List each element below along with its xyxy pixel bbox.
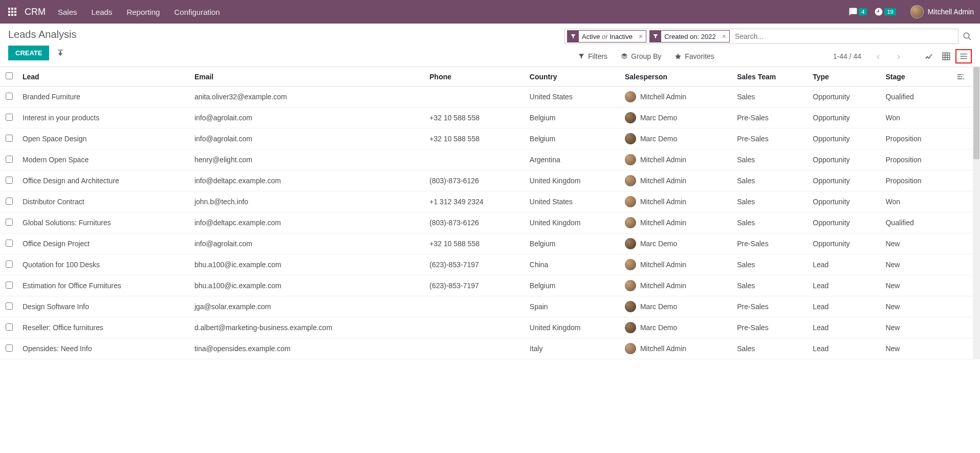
create-button[interactable]: CREATE [8,46,49,60]
messages-button[interactable]: 4 [848,7,867,16]
cell-stage: Proposition [881,128,952,149]
view-pivot-button[interactable] [938,49,954,63]
nav-reporting[interactable]: Reporting [126,8,160,16]
col-phone[interactable]: Phone [425,67,526,87]
row-checkbox[interactable] [6,261,13,268]
avatar-icon [625,154,636,165]
row-checkbox[interactable] [6,240,13,247]
activities-badge: 19 [884,8,896,15]
row-checkbox[interactable] [6,156,13,163]
facet-remove[interactable]: × [719,32,729,40]
cell-type: Opportunity [809,170,881,191]
row-checkbox[interactable] [6,344,13,352]
col-salesperson[interactable]: Salesperson [621,67,733,87]
cell-stage: New [881,233,952,254]
col-lead[interactable]: Lead [18,67,190,87]
cell-lead: Open Space Design [18,128,190,149]
row-checkbox[interactable] [6,219,13,226]
col-country[interactable]: Country [526,67,621,87]
table-row[interactable]: Opensides: Need Infotina@opensides.examp… [0,338,973,359]
cell-salesperson: Mitchell Admin [621,149,733,170]
cell-lead: Estimation for Office Furnitures [18,275,190,296]
control-bar: Leads Analysis CREATE Active or Inactive [0,24,980,63]
cell-type: Opportunity [809,212,881,233]
table-row[interactable]: Reseller: Office furnituresd.albert@mark… [0,317,973,338]
table-row[interactable]: Estimation for Office Furnituresbhu.a100… [0,275,973,296]
avatar-icon [625,196,636,207]
cell-type: Opportunity [809,128,881,149]
avatar-icon [625,343,636,354]
filters-button[interactable]: Filters [578,52,607,60]
scrollbar-track[interactable] [973,67,980,359]
cell-stage: New [881,296,952,317]
table-row[interactable]: Global Solutions: Furnituresinfo@deltapc… [0,212,973,233]
facet-remove[interactable]: × [636,32,646,40]
row-checkbox[interactable] [6,198,13,205]
nav-leads[interactable]: Leads [92,8,113,16]
cell-country: United States [526,191,621,212]
nav-configuration[interactable]: Configuration [174,8,220,16]
cell-salesteam: Sales [733,87,809,107]
row-checkbox[interactable] [6,303,13,310]
view-list-button[interactable] [955,49,972,63]
favorites-button[interactable]: Favorites [674,52,714,60]
column-options[interactable] [952,67,973,87]
cell-phone [425,317,526,338]
table-row[interactable]: Design Software Infojga@solar.example.co… [0,296,973,317]
export-button[interactable] [56,49,64,57]
search-input[interactable] [733,31,956,42]
cell-email: info@deltapc.example.com [190,170,425,191]
search-button[interactable] [963,32,972,41]
cell-stage: Qualified [881,87,952,107]
table-row[interactable]: Open Space Designinfo@agrolait.com+32 10… [0,128,973,149]
scrollbar-thumb[interactable] [973,67,979,159]
col-email[interactable]: Email [190,67,425,87]
cell-type: Opportunity [809,233,881,254]
view-graph-button[interactable] [921,49,937,63]
app-brand[interactable]: CRM [25,7,46,17]
user-menu[interactable]: Mitchell Admin [910,5,974,18]
cell-salesperson: Marc Demo [621,317,733,338]
row-checkbox[interactable] [6,323,13,331]
favorites-label: Favorites [685,52,714,60]
row-checkbox[interactable] [6,282,13,289]
apps-menu-button[interactable] [6,6,18,18]
chart-icon [924,52,933,61]
facet-text: Created on: 2022 [661,32,718,41]
table-row[interactable]: Quotation for 100 Desksbhu.a100@ic.examp… [0,254,973,275]
cell-salesperson: Mitchell Admin [621,170,733,191]
cell-phone [425,87,526,107]
col-type[interactable]: Type [809,67,881,87]
cell-email: info@agrolait.com [190,233,425,254]
table-row[interactable]: Office Design Projectinfo@agrolait.com+3… [0,233,973,254]
table-row[interactable]: Interest in your productsinfo@agrolait.c… [0,107,973,128]
col-salesteam[interactable]: Sales Team [733,67,809,87]
pager-next[interactable]: › [895,51,902,62]
nav-sales[interactable]: Sales [58,8,77,16]
col-stage[interactable]: Stage [881,67,952,87]
funnel-icon [568,31,579,42]
cell-phone: (803)-873-6126 [425,170,526,191]
cell-salesperson: Marc Demo [621,128,733,149]
table-row[interactable]: Modern Open Spacehenry@elight.comArgenti… [0,149,973,170]
select-all-checkbox[interactable] [6,72,13,79]
pager-prev[interactable]: ‹ [875,51,882,62]
row-checkbox[interactable] [6,114,13,121]
groupby-button[interactable]: Group By [621,52,661,60]
search-icon [963,32,972,41]
table-row[interactable]: Distributor Contractjohn.b@tech.info+1 3… [0,191,973,212]
cell-salesteam: Pre-Sales [733,233,809,254]
pager-text[interactable]: 1-44 / 44 [833,52,861,60]
row-checkbox[interactable] [6,93,13,100]
table-row[interactable]: Branded Furnitureanita.oliver32@example.… [0,87,973,107]
groupby-label: Group By [631,52,661,60]
activities-button[interactable]: 19 [874,7,896,16]
leads-table: Lead Email Phone Country Salesperson Sal… [0,67,973,359]
layers-icon [621,53,628,60]
table-header-row: Lead Email Phone Country Salesperson Sal… [0,67,973,87]
cell-salesteam: Pre-Sales [733,107,809,128]
table-row[interactable]: Office Design and Architectureinfo@delta… [0,170,973,191]
chat-icon [848,7,858,16]
row-checkbox[interactable] [6,135,13,142]
row-checkbox[interactable] [6,177,13,184]
